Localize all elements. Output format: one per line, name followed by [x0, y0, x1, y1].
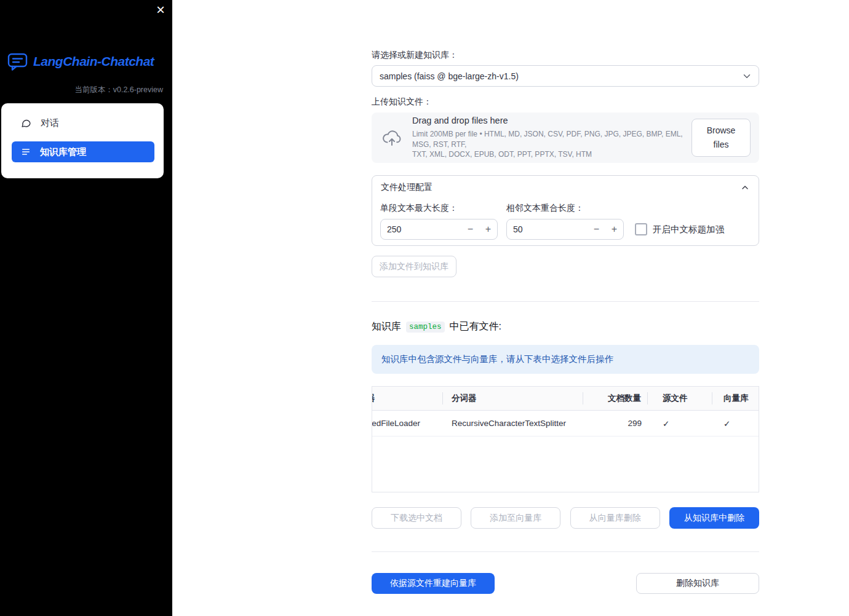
download-selected-button[interactable]: 下载选中文档	[372, 507, 461, 529]
config-expander: 文件处理配置 单段文本最大长度： − + 相邻文本重合长度： − +	[372, 175, 759, 246]
dropzone-text: Drag and drop files here Limit 200MB per…	[412, 116, 692, 160]
main-content: 请选择或新建知识库： samples (faiss @ bge-large-zh…	[372, 0, 759, 616]
chunk-size-field: 单段文本最大长度： − +	[380, 202, 498, 240]
sidebar-item-label: 知识库管理	[40, 146, 86, 158]
version-label: 当前版本：v0.2.6-preview	[74, 85, 163, 95]
cell-loader: UnstructuredFileLoader	[372, 419, 443, 428]
table-header-vector-store: 向量库	[712, 392, 759, 405]
delete-from-kb-button[interactable]: 从知识库中删除	[669, 507, 759, 529]
divider	[372, 551, 759, 552]
delete-from-vector-store-button[interactable]: 从向量库删除	[570, 507, 660, 529]
dropzone-title: Drag and drop files here	[412, 116, 692, 125]
chunk-size-input: − +	[380, 219, 498, 240]
table-header-splitter: 分词器	[443, 392, 583, 405]
dropzone-limit-line2: TXT, XML, DOCX, EPUB, ODT, PPT, PPTX, TS…	[412, 149, 692, 160]
chevron-up-icon	[740, 183, 750, 192]
existing-files-heading: 知识库 samples 中已有文件:	[372, 320, 501, 333]
chunk-size-label: 单段文本最大长度：	[380, 202, 498, 214]
add-files-button[interactable]: 添加文件到知识库	[372, 256, 456, 277]
cell-source-file-check: ✓	[648, 419, 712, 428]
overlap-field: 相邻文本重合长度： − +	[506, 202, 624, 240]
kb-name-code: samples	[406, 322, 445, 333]
table-header-source-file: 源文件	[648, 392, 712, 405]
close-icon[interactable]: ×	[156, 1, 165, 19]
divider	[372, 301, 759, 302]
table-row[interactable]: UnstructuredFileLoader RecursiveCharacte…	[372, 411, 759, 436]
sidebar: × LangChain-Chatchat 当前版本：v0.2.6-preview…	[0, 0, 172, 616]
knowledge-base-icon	[21, 147, 31, 157]
step-up-icon[interactable]: +	[479, 219, 497, 239]
sidebar-item-chat[interactable]: 对话	[1, 112, 164, 134]
files-table-inner: 文档加载器 分词器 文档数量 源文件 向量库 UnstructuredFileL…	[372, 387, 759, 436]
rebuild-vector-store-button[interactable]: 依据源文件重建向量库	[372, 573, 495, 594]
cell-splitter: RecursiveCharacterTextSplitter	[443, 419, 583, 428]
cell-doc-count: 299	[583, 419, 648, 428]
chunk-size-value[interactable]	[381, 219, 461, 239]
kb-select[interactable]: samples (faiss @ bge-large-zh-v1.5)	[372, 65, 759, 87]
sidebar-item-label: 对话	[41, 117, 59, 129]
chinese-title-checkbox-label: 开启中文标题加强	[653, 224, 724, 235]
chat-bubble-icon	[21, 118, 31, 128]
file-dropzone[interactable]: Drag and drop files here Limit 200MB per…	[372, 113, 759, 163]
sidebar-item-knowledge-base[interactable]: 知识库管理	[12, 141, 154, 162]
heading-prefix: 知识库	[372, 320, 401, 333]
overlap-value[interactable]	[507, 219, 588, 239]
chinese-title-checkbox[interactable]	[635, 223, 647, 235]
add-to-vector-store-button[interactable]: 添加至向量库	[471, 507, 560, 529]
step-up-icon[interactable]: +	[605, 219, 623, 239]
step-down-icon[interactable]: −	[588, 219, 605, 239]
config-expander-header[interactable]: 文件处理配置	[372, 176, 759, 199]
chinese-title-field: 开启中文标题加强	[635, 219, 724, 240]
info-banner: 知识库中包含源文件与向量库，请从下表中选择文件后操作	[372, 345, 759, 374]
delete-kb-button[interactable]: 删除知识库	[636, 573, 759, 594]
browse-files-button[interactable]: Browse files	[692, 119, 751, 157]
table-header-doc-count: 文档数量	[583, 392, 648, 405]
file-action-buttons: 下载选中文档 添加至向量库 从向量库删除 从知识库中删除	[372, 507, 759, 529]
kb-select-value: samples (faiss @ bge-large-zh-v1.5)	[380, 71, 741, 81]
upload-cloud-icon	[381, 129, 402, 146]
config-expander-title: 文件处理配置	[381, 182, 432, 193]
logo-text: LangChain-Chatchat	[33, 54, 154, 69]
cell-vector-store-check: ✓	[712, 419, 759, 428]
step-down-icon[interactable]: −	[461, 219, 479, 239]
kb-select-label: 请选择或新建知识库：	[372, 50, 458, 61]
overlap-label: 相邻文本重合长度：	[506, 202, 624, 214]
heading-suffix: 中已有文件:	[450, 320, 501, 333]
config-expander-body: 单段文本最大长度： − + 相邻文本重合长度： − + 开启中文标题加强	[372, 199, 759, 240]
table-header-loader: 文档加载器	[372, 392, 443, 405]
upload-label: 上传知识文件：	[372, 97, 432, 108]
chat-logo-icon	[7, 52, 28, 71]
app-logo: LangChain-Chatchat	[7, 52, 154, 71]
table-header-row: 文档加载器 分词器 文档数量 源文件 向量库	[372, 387, 759, 411]
files-table: 文档加载器 分词器 文档数量 源文件 向量库 UnstructuredFileL…	[372, 386, 759, 492]
chevron-down-icon	[741, 71, 752, 82]
dropzone-limit-line1: Limit 200MB per file • HTML, MD, JSON, C…	[412, 129, 692, 149]
overlap-input: − +	[506, 219, 624, 240]
sidebar-menu: 对话 知识库管理	[1, 103, 164, 178]
